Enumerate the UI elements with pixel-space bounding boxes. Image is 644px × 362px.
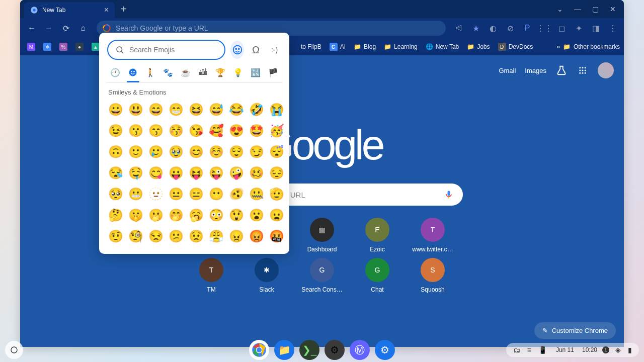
bookmark-item[interactable]: DDevDocs	[495, 41, 536, 53]
emoji-cell[interactable]: 😍	[227, 121, 246, 140]
share-icon[interactable]: ⩤	[452, 21, 466, 35]
category-people-icon[interactable]: 🚶	[145, 67, 156, 78]
emoji-cell[interactable]: 😛	[167, 163, 186, 183]
emoji-cell[interactable]: 🤐	[247, 185, 266, 204]
shortcut-item[interactable]: GSearch Cons…	[297, 258, 347, 293]
category-activities-icon[interactable]: 🏆	[215, 67, 226, 78]
emoji-cell[interactable]: 🤤	[126, 163, 145, 183]
search-labs-icon[interactable]	[555, 64, 568, 76]
emoji-cell[interactable]: 🥺	[106, 185, 125, 204]
files-app[interactable]: 📁	[274, 340, 294, 360]
kaomoji-mode-button[interactable]: :-)	[268, 41, 281, 59]
bookmark-folder[interactable]: 📁Learning	[381, 41, 421, 52]
emoji-cell[interactable]: 🫥	[146, 185, 166, 204]
bookmark-star-icon[interactable]: ★	[469, 21, 483, 35]
emoji-cell[interactable]: 😠	[227, 227, 246, 246]
caret-down-icon[interactable]: ⌄	[553, 3, 567, 15]
emoji-cell[interactable]: 🫢	[146, 206, 166, 225]
category-recent-icon[interactable]: 🕐	[110, 67, 121, 78]
category-travel-icon[interactable]: 🏙	[198, 67, 208, 78]
tote-icon[interactable]: 🗂	[512, 346, 521, 354]
emoji-cell[interactable]: 🙂	[126, 142, 145, 161]
emoji-cell[interactable]: 🫡	[267, 185, 284, 204]
emoji-cell[interactable]: 🥹	[167, 142, 186, 161]
shortcut-item[interactable]: EEzoic	[352, 218, 403, 253]
other-bookmarks[interactable]: » 📁 Other bookmarks	[556, 43, 620, 50]
emoji-cell[interactable]: 😉	[106, 121, 125, 140]
minimize-icon[interactable]: —	[570, 3, 585, 15]
emoji-cell[interactable]: 😏	[247, 142, 266, 161]
emoji-cell[interactable]: 😳	[207, 206, 226, 225]
category-objects-icon[interactable]: 💡	[233, 67, 244, 78]
category-food-icon[interactable]: ☕	[180, 67, 191, 78]
emoji-cell[interactable]: 😶	[207, 185, 226, 204]
bookmark-folder[interactable]: 📁Blog	[351, 41, 379, 52]
bookmark-folder[interactable]: 📁Jobs	[464, 41, 493, 52]
forward-button[interactable]: →	[41, 21, 56, 36]
home-button[interactable]: ⌂	[75, 21, 91, 36]
google-apps-icon[interactable]	[577, 64, 589, 76]
emoji-cell[interactable]: 🥰	[207, 121, 226, 140]
menu-icon[interactable]: ⋮	[606, 21, 620, 35]
emoji-cell[interactable]: 😀	[106, 100, 125, 119]
emoji-cell[interactable]: 🫨	[227, 185, 246, 204]
emoji-cell[interactable]: 😌	[227, 142, 246, 161]
emoji-cell[interactable]: 😑	[187, 185, 206, 204]
emoji-cell[interactable]: 😂	[227, 100, 246, 119]
browser-tab[interactable]: New Tab ×	[24, 2, 115, 18]
ext-icon-5[interactable]: ◻	[554, 21, 569, 35]
customize-chrome-button[interactable]: ✎ Customize Chrome	[534, 322, 616, 339]
emoji-cell[interactable]: 😤	[207, 227, 226, 246]
category-smileys-icon[interactable]	[128, 67, 138, 78]
emoji-cell[interactable]: 😡	[247, 227, 266, 246]
close-tab-icon[interactable]: ×	[104, 6, 109, 15]
emoji-cell[interactable]: 🤔	[106, 206, 125, 225]
emoji-cell[interactable]: 🤪	[227, 163, 246, 183]
emoji-cell[interactable]: 😔	[267, 163, 284, 183]
emoji-cell[interactable]: 😪	[106, 163, 125, 183]
app-4[interactable]: ⚙	[325, 340, 345, 360]
emoji-cell[interactable]: 🥳	[267, 121, 284, 140]
emoji-cell[interactable]: 🤨	[106, 227, 125, 246]
chrome-app[interactable]	[249, 340, 269, 360]
new-tab-button[interactable]: +	[119, 2, 129, 17]
close-window-icon[interactable]: ✕	[606, 3, 620, 15]
emoji-cell[interactable]: 🤫	[126, 206, 145, 225]
quick-settings-icon[interactable]: ≡	[526, 346, 532, 354]
category-flags-icon[interactable]: 🏴	[268, 67, 278, 78]
gmail-link[interactable]: Gmail	[499, 67, 516, 74]
extensions-icon[interactable]: ✦	[572, 21, 586, 35]
shortcut-item[interactable]: ▦Dashboard	[297, 218, 347, 253]
category-animals-icon[interactable]: 🐾	[163, 67, 173, 78]
ext-icon-4[interactable]: ⋮⋮	[537, 21, 551, 35]
terminal-app[interactable]: ❯_	[299, 340, 319, 360]
ext-icon-2[interactable]: ⊘	[503, 21, 517, 35]
category-symbols-icon[interactable]: 🔣	[250, 67, 261, 78]
bookmark-item[interactable]: CAI	[327, 41, 349, 53]
voice-search-icon[interactable]	[444, 190, 454, 200]
emoji-cell[interactable]: 😲	[227, 206, 246, 225]
emoji-mode-button[interactable]	[230, 41, 244, 59]
emoji-cell[interactable]: 😋	[146, 163, 166, 183]
bookmark-item[interactable]: ●	[72, 41, 87, 53]
emoji-search-field[interactable]	[107, 40, 225, 60]
phone-hub-icon[interactable]: 📱	[537, 346, 548, 354]
settings-app[interactable]: ⚙	[375, 340, 395, 360]
shortcut-item[interactable]: SSquoosh	[408, 258, 458, 293]
emoji-cell[interactable]: 😦	[267, 206, 284, 225]
reload-button[interactable]: ⟳	[58, 21, 73, 36]
back-button[interactable]: ←	[24, 21, 39, 36]
emoji-cell[interactable]: 🤩	[247, 121, 266, 140]
emoji-cell[interactable]: 🥱	[187, 206, 206, 225]
emoji-cell[interactable]: 😒	[146, 227, 166, 246]
emoji-cell[interactable]: 😚	[167, 121, 186, 140]
emoji-cell[interactable]: 😬	[126, 185, 145, 204]
shortcut-item[interactable]: ✱Slack	[242, 258, 292, 293]
emoji-cell[interactable]: ☺️	[207, 142, 226, 161]
system-tray[interactable]: 🗂 ≡ 📱 Jun 11 10:20 1 ◈ ▮	[506, 343, 639, 357]
emoji-cell[interactable]: 🙃	[106, 142, 125, 161]
bookmark-item[interactable]: to FlipB	[298, 41, 325, 52]
bookmark-item[interactable]: %	[56, 41, 70, 53]
sidepanel-icon[interactable]: ◨	[589, 21, 603, 35]
emoji-cell[interactable]: 😝	[187, 163, 206, 183]
